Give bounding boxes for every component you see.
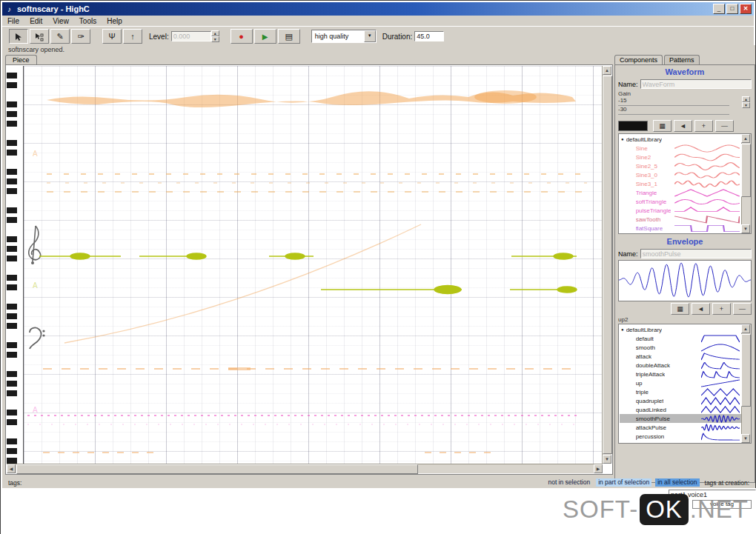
waveform-audition-button[interactable]: ◄: [674, 120, 692, 132]
envelope-list-item[interactable]: ● quadLinked: [620, 405, 741, 414]
quality-dropdown[interactable]: high quality ▼: [311, 30, 377, 43]
piano-key-black[interactable]: [7, 150, 17, 156]
waveform-list-item[interactable]: ● Sine2: [620, 153, 741, 161]
waveform-save-button[interactable]: ▦: [653, 120, 672, 132]
gain-spin-down[interactable]: ▼: [742, 102, 750, 108]
duration-input[interactable]: [414, 31, 444, 41]
raise-tool-button[interactable]: ↑: [123, 29, 142, 44]
envelope-list-item[interactable]: ● default: [620, 334, 741, 343]
scroll-down-button[interactable]: ▼: [603, 455, 611, 464]
envelope-add-button[interactable]: +: [712, 303, 731, 315]
piano-key-black[interactable]: [7, 169, 17, 175]
waveform-list-item[interactable]: ● softTriangle: [620, 197, 741, 206]
gain-spin-up[interactable]: ▲: [742, 96, 750, 102]
piano-key-black[interactable]: [7, 73, 17, 79]
scroll-right-button[interactable]: ▶: [594, 464, 603, 473]
piano-key-black[interactable]: [7, 275, 17, 281]
horizontal-scroll-thumb[interactable]: [16, 464, 418, 474]
envelope-list-item[interactable]: ● smooth: [620, 343, 741, 352]
waveform-list-item[interactable]: ● sawTooth: [620, 215, 741, 224]
piano-key-black[interactable]: [7, 390, 17, 396]
piano-keyboard[interactable]: [7, 66, 24, 464]
piano-key-black[interactable]: [7, 371, 17, 377]
envelope-remove-button[interactable]: —: [733, 303, 752, 315]
region-select-tool-button[interactable]: [30, 29, 49, 44]
waveform-list-item[interactable]: ● Sine3_1: [620, 179, 741, 188]
envelope-list-item[interactable]: ● attackPulse: [620, 423, 741, 432]
waveform-list-item[interactable]: ● pulseTriangle: [620, 206, 741, 215]
scroll-up-button[interactable]: ▲: [603, 66, 611, 75]
maximize-button[interactable]: □: [726, 4, 738, 14]
piano-key-black[interactable]: [7, 188, 17, 194]
vertical-scrollbar[interactable]: ▲ ▼: [602, 66, 611, 464]
piano-key-black[interactable]: [7, 140, 17, 146]
tab-piece[interactable]: Piece: [5, 55, 37, 65]
piano-key-black[interactable]: [7, 419, 17, 425]
select-tool-button[interactable]: [9, 29, 28, 44]
level-input[interactable]: [171, 31, 211, 41]
envelope-list-item[interactable]: ● quadruplet: [620, 396, 741, 405]
piano-key-black[interactable]: [7, 256, 17, 261]
piano-key-black[interactable]: [7, 448, 17, 454]
envelope-save-button[interactable]: ▦: [671, 303, 689, 315]
envelope-name-input[interactable]: [640, 249, 752, 258]
envelope-list-item[interactable]: ● doubleAttack: [620, 361, 741, 370]
piano-key-black[interactable]: [7, 82, 17, 88]
piano-key-black[interactable]: [7, 178, 17, 184]
piano-key-black[interactable]: [7, 236, 17, 242]
score-canvas[interactable]: A A A ▲ ▼ ◀ ▶: [5, 64, 613, 475]
waveform-list-scrollbar[interactable]: ▲ ▼: [741, 134, 751, 233]
waveform-scroll-thumb[interactable]: [741, 144, 751, 197]
waveform-add-button[interactable]: +: [694, 120, 713, 132]
waveform-list-item[interactable]: ● Sine: [620, 144, 741, 153]
piano-key-black[interactable]: [7, 101, 17, 107]
minimize-button[interactable]: _: [713, 4, 725, 14]
envelope-list-item[interactable]: ● triple: [620, 387, 741, 396]
chevron-down-icon[interactable]: ▼: [364, 30, 376, 42]
piano-key-black[interactable]: [7, 207, 17, 213]
record-button[interactable]: ●: [231, 29, 253, 44]
envelope-list-scrollbar[interactable]: ▲ ▼: [741, 324, 751, 443]
menu-item[interactable]: Help: [102, 17, 127, 25]
piano-key-black[interactable]: [7, 381, 17, 387]
waveform-list-item[interactable]: ● Sine2_5: [620, 161, 741, 170]
envelope-scroll-up[interactable]: ▲: [741, 324, 750, 333]
level-spin-up[interactable]: ▲: [211, 30, 219, 36]
piano-key-black[interactable]: [7, 217, 17, 223]
piano-key-black[interactable]: [7, 323, 17, 329]
tuning-tool-button[interactable]: Ψ: [102, 29, 122, 44]
waveform-scroll-up[interactable]: ▲: [741, 134, 750, 143]
menu-item[interactable]: File: [2, 17, 24, 25]
piano-key-black[interactable]: [7, 458, 17, 464]
piano-key-black[interactable]: [7, 438, 17, 444]
level-spin-down[interactable]: ▼: [211, 36, 219, 42]
envelope-list-item[interactable]: ● attack: [620, 352, 741, 361]
waveform-list-item[interactable]: ● Sine3_0: [620, 170, 741, 179]
menu-item[interactable]: Edit: [24, 17, 47, 25]
waveform-list-item[interactable]: ● flatSquare: [620, 224, 741, 233]
waveform-name-input[interactable]: [640, 79, 752, 89]
envelope-list-item[interactable]: ● percussion: [620, 432, 741, 441]
envelope-audition-button[interactable]: ◄: [692, 303, 710, 315]
export-button[interactable]: ▤: [278, 29, 300, 44]
piano-key-black[interactable]: [7, 342, 17, 348]
piano-key-black[interactable]: [7, 304, 17, 310]
waveform-color-swatch[interactable]: [618, 121, 648, 131]
envelope-list-item[interactable]: ● smoothPulse: [620, 414, 741, 423]
waveform-remove-button[interactable]: —: [715, 120, 734, 132]
menu-item[interactable]: Tools: [74, 17, 102, 25]
pencil-tool-button[interactable]: ✎: [50, 29, 70, 44]
envelope-list-item[interactable]: ● tripleAttack: [620, 370, 741, 378]
scroll-left-button[interactable]: ◀: [7, 464, 16, 473]
play-button[interactable]: ▶: [254, 29, 276, 44]
envelope-scroll-down[interactable]: ▼: [741, 434, 750, 443]
piano-key-black[interactable]: [7, 313, 17, 319]
piano-key-black[interactable]: [7, 410, 17, 415]
menu-item[interactable]: View: [47, 17, 74, 25]
piano-key-black[interactable]: [7, 352, 17, 358]
piano-key-black[interactable]: [7, 246, 17, 252]
piano-key-black[interactable]: [7, 121, 17, 127]
envelope-scroll-thumb[interactable]: [741, 334, 751, 407]
tab-components[interactable]: Components: [614, 55, 663, 64]
envelope-list-item[interactable]: ● up: [620, 378, 741, 387]
